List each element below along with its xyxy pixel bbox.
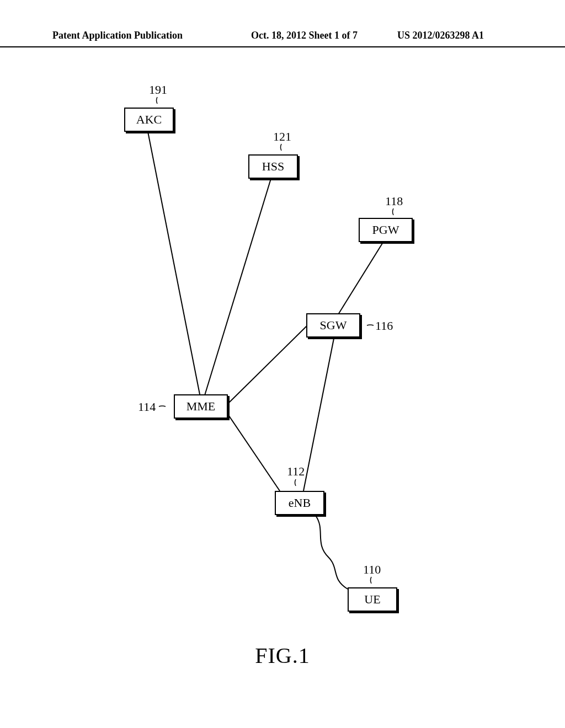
node-pgw: PGW (359, 218, 413, 242)
ref-hss: 121 (273, 130, 291, 144)
figure-caption: FIG.1 (0, 643, 565, 668)
node-enb-label: eNB (289, 496, 311, 510)
page: Patent Application Publication Oct. 18, … (0, 0, 565, 728)
node-enb: eNB (275, 491, 324, 515)
ref-enb: 112 (287, 464, 305, 479)
node-hss-label: HSS (262, 159, 284, 174)
node-mme-label: MME (186, 399, 216, 414)
node-pgw-label: PGW (372, 223, 399, 237)
diagram-svg (0, 0, 565, 728)
ref-mme: 114 (138, 400, 156, 414)
ref-pgw: 118 (385, 194, 403, 208)
svg-line-5 (303, 339, 334, 491)
node-sgw: SGW (306, 313, 360, 338)
node-hss: HSS (248, 154, 298, 179)
svg-line-3 (229, 325, 307, 403)
node-sgw-label: SGW (320, 318, 347, 333)
node-akc: AKC (124, 108, 174, 132)
svg-line-4 (229, 416, 280, 491)
svg-line-1 (204, 179, 271, 397)
node-ue-label: UE (364, 592, 380, 607)
node-mme: MME (174, 394, 228, 419)
ref-akc: 191 (149, 83, 167, 97)
ref-ue: 110 (363, 563, 381, 577)
node-ue: UE (348, 587, 397, 612)
svg-line-0 (148, 132, 200, 397)
ref-sgw: 116 (375, 319, 393, 333)
svg-line-2 (338, 242, 383, 314)
node-akc-label: AKC (136, 113, 162, 127)
